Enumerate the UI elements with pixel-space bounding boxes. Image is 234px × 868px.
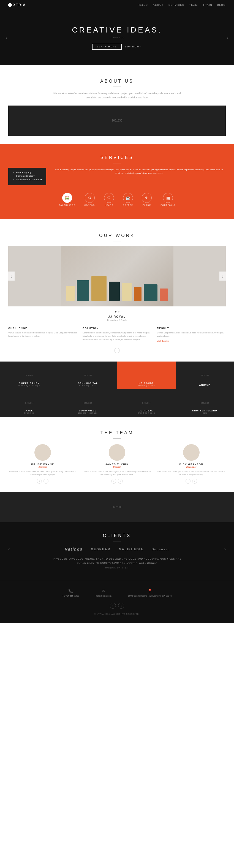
team-banner: 960x300 (0, 492, 234, 522)
hero-section: ‹ CREATIVE IDEAS. 1160x800 LEARN MORE BU… (0, 10, 234, 65)
service-icon-portfolio[interactable]: ▦ PORTFOLIO (156, 191, 180, 208)
footer-copyright: © XTRIA 2014. ALL RIGHTS RESERVED. (8, 613, 226, 615)
team-member-bruce: BRUCE WAYNE designer Bruce is the main r… (8, 444, 77, 484)
learn-more-button[interactable]: LEARN MORE (92, 44, 122, 50)
team-member-dick: DICK GRAYSON Developer Dick is the best … (157, 444, 226, 484)
james-socials: f t (82, 478, 152, 484)
team-members: BRUCE WAYNE designer Bruce is the main r… (8, 444, 226, 484)
nav-hello[interactable]: HELLO (138, 4, 148, 6)
service-list-item: Information Architecture (16, 178, 42, 181)
service-icon-coffee[interactable]: ☕ COFFEE (119, 191, 137, 208)
mockup-item-5 (144, 284, 158, 301)
portfolio-axel[interactable]: 545x344 AXEL Branding (0, 389, 59, 416)
client-georham: GEORHAM (91, 548, 110, 551)
client-logos: ‹ Ratings GEORHAM MALIKHEDIA Because. › (8, 547, 226, 551)
config-icon: ⚙ (85, 193, 95, 203)
services-icons: 🧮 CALCULATOR ⚙ CONFIG. ♡ HEART ☕ COFFEE … (8, 191, 226, 208)
mockup-bag (91, 276, 106, 301)
portfolio-soul-digital[interactable]: 545x344 SOUL DIGITAL Branding / tech (59, 362, 117, 389)
logo-diamond-icon (8, 3, 12, 7)
work-project-subtitle: Branding / Pack (8, 319, 226, 321)
work-col-challenge: CHALLENGE Varius iaculis metus ante nec … (8, 327, 77, 342)
footer-twitter-icon[interactable]: t (118, 602, 124, 609)
logo-text: XTRIA (13, 3, 26, 7)
plane-icon: ✈ (142, 193, 152, 203)
footer-socials: f t (8, 602, 226, 609)
dick-socials: f t (157, 478, 226, 484)
service-icon-config[interactable]: ⚙ CONFIG. (80, 191, 100, 208)
clients-divider (113, 541, 121, 541)
contact-phone: 📞 +1 714-555-1212 (62, 589, 79, 597)
portfolio-shutter-island[interactable]: 545x344 SHUTTER ISLAND indie (176, 389, 234, 416)
team-avatar-dick (183, 444, 200, 461)
services-description: xtria is offering ranges from UI design … (52, 168, 226, 185)
work-main-image (8, 246, 226, 306)
clients-title: CLIENTS (8, 533, 226, 538)
heart-icon: ♡ (104, 193, 114, 203)
services-content: Webdesigning Content Strategy Informatio… (8, 168, 226, 185)
nav-links: HELLO ABOUT SERVICES TEAM TRAIN BLOG (138, 4, 226, 6)
nav-train[interactable]: TRAIN (203, 4, 212, 6)
footer-facebook-icon[interactable]: f (110, 602, 116, 609)
bruce-socials: f t (8, 478, 77, 484)
james-twitter-icon[interactable]: t (118, 478, 123, 484)
service-icon-calculator[interactable]: 🧮 CALCULATOR (54, 191, 80, 208)
work-col-result: RESULT Donec vel pharetra orci. Praesell… (157, 327, 226, 342)
clients-prev-arrow[interactable]: ‹ (8, 547, 10, 552)
dot-1[interactable] (115, 311, 116, 312)
portfolio-row-2: 545x344 AXEL Branding 545x344 COCO VILLE… (0, 389, 234, 416)
coffee-icon: ☕ (123, 193, 133, 203)
dick-facebook-icon[interactable]: f (186, 478, 191, 484)
visit-site-link[interactable]: Visit the site → (157, 340, 226, 342)
navigation: XTRIA HELLO ABOUT SERVICES TEAM TRAIN BL… (0, 0, 234, 10)
portfolio-jj-royal[interactable]: 545x344 JJ ROYAL Branding / pack (117, 389, 176, 416)
logo[interactable]: XTRIA (8, 3, 26, 7)
services-title: SERVICES (8, 155, 226, 160)
team-member-james: JAMES T. KIRK Director James is the foun… (82, 444, 152, 484)
bruce-facebook-icon[interactable]: f (37, 478, 42, 484)
hero-prev-arrow[interactable]: ‹ (5, 35, 7, 40)
dick-twitter-icon[interactable]: t (192, 478, 197, 484)
portfolio-coco-ville[interactable]: 545x344 COCO VILLE graphic / package (59, 389, 117, 416)
work-prev-arrow[interactable]: ‹ (8, 272, 14, 280)
email-icon: ✉ (96, 589, 111, 593)
hero-dimensions: 1160x800 (109, 36, 125, 39)
portfolio-animup[interactable]: 545x344 ANIMUP (176, 362, 234, 389)
portfolio-icon: ▦ (163, 193, 173, 203)
clients-next-arrow[interactable]: › (224, 547, 226, 552)
buy-now-button[interactable]: BUY NOW › (125, 45, 142, 48)
services-section: SERVICES Webdesigning Content Strategy I… (0, 144, 234, 219)
team-avatar-bruce (34, 444, 51, 461)
portfolio-row-1: 545x344 SWEET CANDY Branding / package 5… (0, 362, 234, 389)
mockup-item-1 (66, 286, 75, 301)
service-icon-plane[interactable]: ✈ PLANE (137, 191, 156, 208)
contact-section: 📞 +1 714-555-1212 ✉ hello@xtria.com 📍 10… (0, 580, 234, 623)
dot-2[interactable] (118, 311, 120, 312)
nav-team[interactable]: TEAM (189, 4, 198, 6)
james-facebook-icon[interactable]: f (111, 478, 116, 484)
work-title: OUR WORK (8, 233, 226, 238)
mockup-cup (122, 283, 132, 301)
nav-blog[interactable]: BLOG (217, 4, 226, 6)
work-project-name: JJ ROYAL (8, 315, 226, 318)
about-section: ABOUT US We are xtria. We offer creative… (0, 65, 234, 144)
contact-address: 📍 1000 Central Game Hall Anaheim, CA 123… (128, 589, 172, 597)
portfolio-no-doubt[interactable]: NO DOUBT Branding / tech (117, 362, 176, 389)
hero-next-arrow[interactable]: › (227, 35, 229, 40)
work-next-arrow[interactable]: › (220, 272, 226, 280)
service-list-item: Webdesigning (16, 171, 42, 174)
contact-email: ✉ hello@xtria.com (96, 589, 111, 597)
team-divider (113, 438, 121, 439)
about-image: 960x330 (8, 105, 226, 136)
nav-services[interactable]: SERVICES (168, 4, 184, 6)
services-list: Webdesigning Content Strategy Informatio… (12, 171, 42, 181)
service-icon-heart[interactable]: ♡ HEART (100, 191, 119, 208)
about-title: ABOUT US (8, 79, 226, 84)
clients-section: CLIENTS ‹ Ratings GEORHAM MALIKHEDIA Bec… (0, 522, 234, 580)
contact-columns: 📞 +1 714-555-1212 ✉ hello@xtria.com 📍 10… (8, 589, 226, 597)
work-columns: CHALLENGE Varius iaculis metus ante nec … (8, 327, 226, 342)
portfolio-sweet-candy[interactable]: 545x344 SWEET CANDY Branding / package (0, 362, 59, 389)
nav-about[interactable]: ABOUT (153, 4, 164, 6)
pager-circle[interactable]: › (114, 348, 120, 353)
bruce-twitter-icon[interactable]: t (43, 478, 48, 484)
